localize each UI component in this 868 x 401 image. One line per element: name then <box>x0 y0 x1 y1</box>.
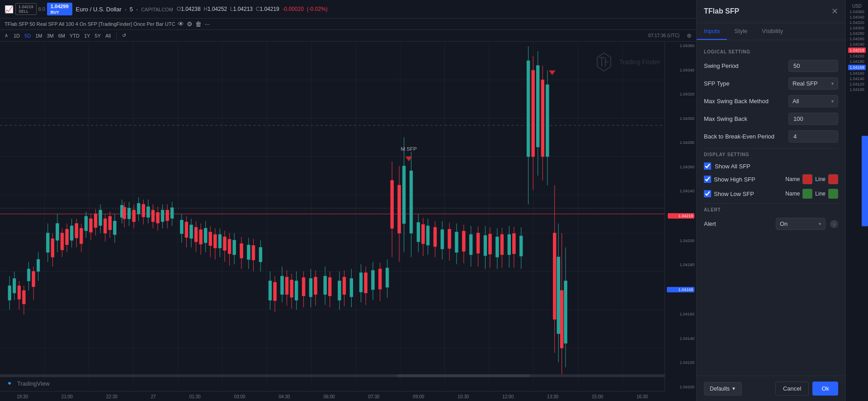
svg-rect-134 <box>324 276 326 294</box>
delete-indicator-icon[interactable]: 🗑 <box>195 20 202 28</box>
svg-rect-98 <box>204 228 207 243</box>
replay-icon[interactable]: ↺ <box>120 32 128 39</box>
show-high-sfp-name-swatch[interactable] <box>802 174 812 184</box>
alert-select-wrapper: On Off <box>776 218 826 230</box>
alert-select[interactable]: On Off <box>776 218 826 230</box>
svg-rect-168 <box>391 181 393 229</box>
ok-button[interactable]: Ok <box>812 382 838 396</box>
price-9: 1.04180 <box>667 263 694 267</box>
time-1930: 19:30 <box>17 394 28 399</box>
buy-badge[interactable]: 1.04299 BUY <box>47 3 72 15</box>
collapse-icon[interactable]: ∧ <box>5 33 8 38</box>
rs-price-2: 1.04340 <box>849 15 864 19</box>
show-low-sfp-line-swatch[interactable] <box>828 189 838 199</box>
svg-rect-182 <box>470 234 472 254</box>
svg-rect-60 <box>80 228 83 243</box>
timeframe-6m[interactable]: 6M <box>57 32 67 39</box>
max-swing-back-label: Max Swing Back <box>704 115 747 122</box>
alert-info-icon[interactable]: i <box>830 220 838 228</box>
rs-price-13: 1.04100 <box>849 87 864 92</box>
alert-divider <box>704 203 838 204</box>
svg-rect-156 <box>372 271 374 290</box>
settings-footer: Defaults ▼ Cancel Ok <box>697 376 845 401</box>
svg-rect-196 <box>448 229 451 248</box>
settings-panel: TFlab SFP ✕ Inputs Style Visibility LOGI… <box>696 0 845 401</box>
alert-row: Alert On Off i <box>704 218 838 230</box>
tab-inputs[interactable]: Inputs <box>697 23 727 40</box>
timeframe-1y[interactable]: 1Y <box>82 32 92 39</box>
tab-style[interactable]: Style <box>727 23 755 40</box>
svg-rect-214 <box>532 70 534 156</box>
svg-rect-138 <box>350 278 353 296</box>
swing-period-input[interactable] <box>788 60 838 72</box>
svg-marker-217 <box>549 70 556 75</box>
svg-rect-158 <box>386 268 388 287</box>
svg-rect-88 <box>151 210 154 221</box>
break-even-period-input[interactable] <box>788 130 838 143</box>
candlestick-chart: M SFP <box>0 42 665 386</box>
chart-toolbar: ∧ 1D 5D 1M 3M 6M YTD 1Y 5Y All ↺ 07:17:3… <box>0 30 696 42</box>
close-settings-button[interactable]: ✕ <box>831 6 838 16</box>
timeframe-1d[interactable]: 1D <box>12 32 22 39</box>
more-indicator-icon[interactable]: ··· <box>204 20 210 28</box>
svg-rect-128 <box>281 276 283 294</box>
svg-rect-74 <box>137 203 140 214</box>
settings-title: TFlab SFP <box>704 7 739 15</box>
buy-price: 1.04299 <box>51 4 69 9</box>
settings-indicator-icon[interactable]: ⚙ <box>187 20 193 28</box>
show-high-sfp-checkbox[interactable] <box>704 176 711 183</box>
svg-rect-221 <box>560 291 563 348</box>
svg-rect-148 <box>314 277 317 294</box>
zoom-icon[interactable]: ⊕ <box>687 32 692 39</box>
timeframe-all[interactable]: All <box>104 32 113 39</box>
rs-price-8: 1.04200 <box>849 54 864 58</box>
svg-rect-198 <box>462 231 465 251</box>
toolbar-separator <box>116 32 117 39</box>
sfp-type-label: SFP Type <box>704 80 730 87</box>
show-low-sfp-name-swatch[interactable] <box>802 189 812 199</box>
timeframe-1m[interactable]: 1M <box>33 32 44 39</box>
rs-scrollbar-thumb[interactable] <box>862 136 868 226</box>
svg-rect-202 <box>489 234 491 254</box>
defaults-button[interactable]: Defaults ▼ <box>704 382 742 396</box>
svg-rect-40 <box>47 233 49 252</box>
cancel-button[interactable]: Cancel <box>775 382 809 396</box>
chart-canvas: M SFP <box>0 42 696 401</box>
timeframe-5d[interactable]: 5D <box>23 32 33 39</box>
eye-icon[interactable]: 👁 <box>178 20 184 28</box>
svg-rect-194 <box>434 227 436 246</box>
svg-rect-62 <box>90 219 92 232</box>
show-high-sfp-line-swatch[interactable] <box>828 174 838 184</box>
svg-rect-112 <box>199 230 202 244</box>
svg-rect-52 <box>51 239 54 257</box>
show-low-sfp-checkbox[interactable] <box>704 190 711 197</box>
svg-rect-223 <box>557 257 560 334</box>
svg-rect-68 <box>108 216 111 230</box>
show-high-sfp-label: Show High SFP <box>714 176 783 183</box>
tab-visibility[interactable]: Visibility <box>755 23 790 40</box>
svg-rect-80 <box>171 208 174 218</box>
sfp-type-select[interactable]: Real SFP All SFP <box>788 77 838 90</box>
svg-rect-72 <box>127 208 130 219</box>
max-swing-back-input[interactable] <box>788 113 838 125</box>
svg-rect-144 <box>290 280 293 297</box>
price-13: 1.04100 <box>667 385 694 389</box>
timeframe-ytd[interactable]: YTD <box>68 32 81 39</box>
max-swing-back-method-select[interactable]: All Fixed <box>788 95 838 107</box>
timeframe-5y[interactable]: 5Y <box>93 32 102 39</box>
timeframe-3m[interactable]: 3M <box>45 32 55 39</box>
svg-rect-227 <box>397 374 530 377</box>
svg-text:M SFP: M SFP <box>401 146 417 152</box>
buy-label: BUY <box>51 10 59 14</box>
show-high-sfp-line-label: Line <box>815 176 826 182</box>
svg-rect-96 <box>190 225 193 239</box>
rs-price-7: 1.04240 <box>849 42 864 47</box>
svg-rect-140 <box>274 282 276 301</box>
svg-rect-26 <box>8 286 11 300</box>
svg-rect-164 <box>364 273 367 293</box>
svg-rect-116 <box>214 234 217 248</box>
show-all-sfp-checkbox[interactable] <box>704 162 711 170</box>
price-7: 1.04240 <box>667 189 694 193</box>
svg-rect-146 <box>302 277 305 296</box>
svg-rect-204 <box>500 234 503 254</box>
